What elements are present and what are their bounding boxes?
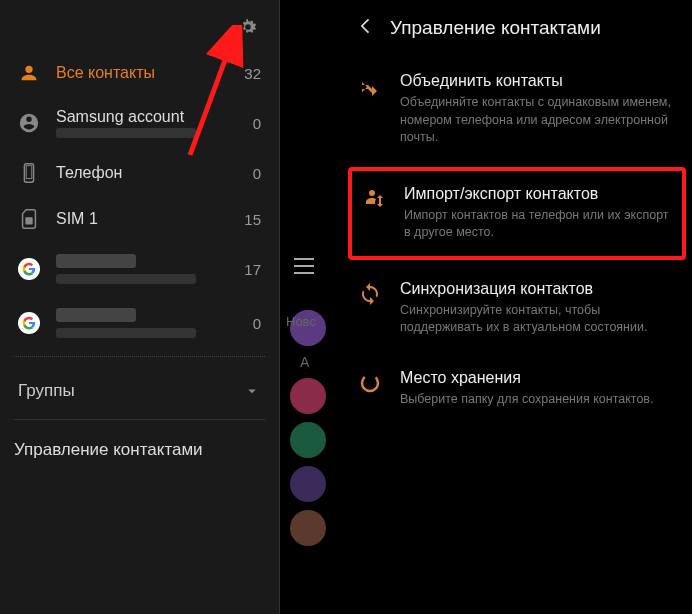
sidebar-item-label: Все контакты (56, 64, 236, 82)
merge-icon (358, 74, 382, 98)
avatar[interactable] (290, 378, 326, 414)
sidebar-item-phone[interactable]: Телефон 0 (0, 150, 279, 196)
account-email-blurred (56, 274, 196, 284)
person-icon (18, 62, 40, 84)
option-sync-contacts[interactable]: Синхронизация контактов Синхронизируйте … (342, 264, 692, 353)
account-email-blurred (56, 128, 196, 138)
avatar[interactable] (290, 422, 326, 458)
settings-gear-icon[interactable] (237, 16, 259, 42)
sidebar-item-sim1[interactable]: SIM 1 15 (0, 196, 279, 242)
sync-icon (358, 282, 382, 306)
contact-count: 17 (244, 261, 261, 278)
svg-point-4 (359, 371, 382, 394)
import-export-icon (362, 187, 386, 211)
manage-contacts-panel: Управление контактами Объединить контакт… (342, 0, 692, 614)
option-desc: Выберите папку для сохранения контактов. (400, 391, 676, 409)
sidebar-item-samsung[interactable]: Samsung account 0 (0, 96, 279, 150)
sidebar-item-google-1[interactable]: 17 (0, 242, 279, 296)
section-letter: А (300, 354, 342, 370)
panel-title: Управление контактами (390, 17, 601, 39)
sidebar-item-all-contacts[interactable]: Все контакты 32 (0, 50, 279, 96)
sidebar-item-label: Телефон (56, 164, 245, 182)
option-title: Синхронизация контактов (400, 280, 676, 298)
option-title: Объединить контакты (400, 72, 676, 90)
sidebar-item-manage-contacts[interactable]: Управление контактами (0, 420, 279, 480)
google-icon (18, 312, 40, 334)
chevron-down-icon (243, 382, 261, 400)
menu-icon[interactable] (294, 258, 314, 274)
svg-rect-1 (26, 166, 32, 179)
panel-header: Управление контактами (342, 0, 692, 56)
account-circle-icon (18, 112, 40, 134)
sliver-text: Новс (286, 314, 316, 329)
account-email-blurred (56, 328, 196, 338)
option-import-export[interactable]: Импорт/экспорт контактов Импорт контакто… (348, 167, 686, 260)
sidebar-item-groups[interactable]: Группы (0, 363, 279, 419)
avatar[interactable] (290, 510, 326, 546)
svg-rect-2 (25, 217, 32, 224)
account-name-blurred (56, 308, 136, 322)
phone-icon (18, 162, 40, 184)
sidebar-item-label: Samsung account (56, 108, 245, 126)
option-title: Импорт/экспорт контактов (404, 185, 672, 203)
storage-icon (358, 371, 382, 395)
sidebar-item-google-2[interactable]: 0 (0, 296, 279, 350)
divider (14, 356, 265, 357)
contact-count: 0 (253, 315, 261, 332)
contact-count: 32 (244, 65, 261, 82)
accounts-sidebar: Все контакты 32 Samsung account 0 Телефо… (0, 0, 280, 614)
contacts-list-sliver: Новс А (280, 0, 342, 614)
option-desc: Импорт контактов на телефон или их экспо… (404, 207, 672, 242)
manage-label: Управление контактами (14, 440, 203, 459)
google-icon (18, 258, 40, 280)
avatar[interactable] (290, 466, 326, 502)
option-storage-location[interactable]: Место хранения Выберите папку для сохран… (342, 353, 692, 425)
contact-count: 0 (253, 165, 261, 182)
sim-icon (18, 208, 40, 230)
option-desc: Синхронизируйте контакты, чтобы поддержи… (400, 302, 676, 337)
sidebar-item-label: SIM 1 (56, 210, 236, 228)
option-merge-contacts[interactable]: Объединить контакты Объединяйте контакты… (342, 56, 692, 163)
option-desc: Объединяйте контакты с одинаковым именем… (400, 94, 676, 147)
groups-label: Группы (18, 381, 75, 401)
option-title: Место хранения (400, 369, 676, 387)
contact-count: 0 (253, 115, 261, 132)
contact-count: 15 (244, 211, 261, 228)
back-icon[interactable] (356, 16, 376, 40)
account-name-blurred (56, 254, 136, 268)
